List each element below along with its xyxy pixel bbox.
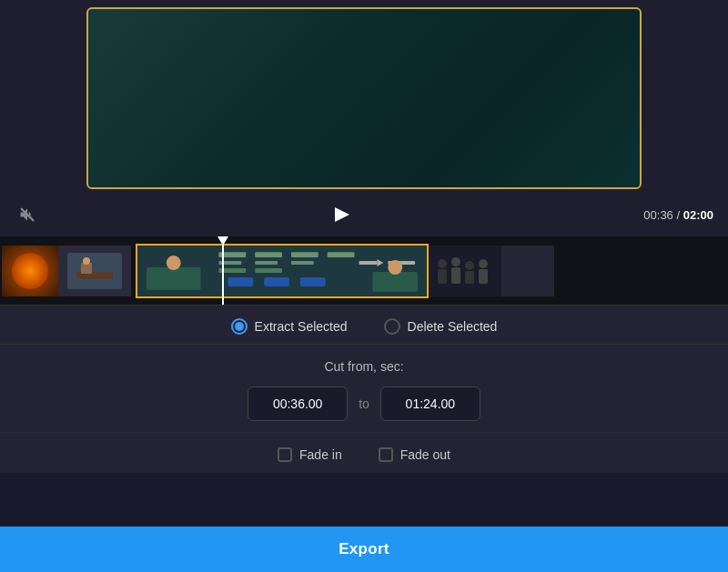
cut-section: Cut from, sec: to (0, 345, 728, 432)
svg-point-29 (451, 257, 460, 266)
svg-rect-30 (451, 267, 460, 284)
fade-in-label: Fade in (299, 447, 342, 462)
classroom-icon (67, 253, 122, 289)
cut-label: Cut from, sec: (324, 359, 403, 374)
controls-bar: 00:36 / 02:00 (0, 193, 728, 236)
orange-circle-icon (12, 253, 48, 289)
fade-in-checkbox[interactable] (278, 447, 292, 462)
svg-rect-17 (255, 268, 282, 273)
export-button[interactable]: Export (0, 527, 728, 572)
svg-rect-34 (479, 269, 488, 284)
svg-rect-21 (228, 276, 253, 286)
svg-rect-7 (147, 267, 201, 290)
timeline-track (0, 244, 728, 298)
video-container (0, 0, 728, 193)
svg-rect-23 (300, 276, 326, 286)
svg-rect-24 (372, 271, 418, 291)
svg-rect-10 (255, 252, 282, 257)
cut-from-input[interactable] (248, 386, 348, 421)
fade-out-option[interactable]: Fade out (379, 447, 450, 462)
thumbnail-3 (429, 246, 501, 296)
total-time: 02:00 (683, 208, 713, 222)
svg-point-31 (465, 261, 474, 270)
cut-inputs: to (248, 386, 480, 421)
dark-thumb (501, 246, 554, 296)
extract-option[interactable]: Extract Selected (231, 318, 348, 335)
silhouette-group (429, 246, 501, 296)
video-frame (86, 7, 642, 189)
svg-point-27 (438, 259, 447, 268)
svg-point-8 (167, 256, 181, 270)
extract-label: Extract Selected (255, 319, 348, 334)
svg-rect-15 (291, 261, 314, 265)
fade-in-option[interactable]: Fade in (278, 447, 342, 462)
svg-rect-18 (359, 261, 377, 265)
svg-point-25 (388, 260, 402, 275)
extract-radio[interactable] (231, 318, 248, 335)
timeline[interactable] (0, 236, 728, 305)
svg-rect-32 (465, 271, 474, 284)
fade-out-checkbox[interactable] (379, 447, 393, 462)
fade-section: Fade in Fade out (0, 432, 728, 473)
thumbnail-2 (58, 246, 131, 296)
delete-radio[interactable] (384, 318, 400, 335)
fade-out-label: Fade out (400, 447, 450, 462)
svg-rect-12 (328, 252, 355, 257)
options-section: Extract Selected Delete Selected (0, 305, 728, 345)
time-display: 00:36 / 02:00 (643, 208, 713, 222)
segment-content (137, 246, 427, 296)
play-icon (335, 207, 349, 222)
playhead[interactable] (222, 236, 224, 305)
to-label: to (359, 396, 369, 411)
svg-rect-11 (291, 252, 318, 257)
delete-option[interactable]: Delete Selected (384, 318, 498, 335)
svg-rect-22 (264, 276, 289, 286)
play-button[interactable] (326, 198, 359, 231)
current-time: 00:36 (643, 208, 673, 222)
svg-rect-14 (255, 261, 278, 265)
svg-rect-28 (438, 269, 447, 284)
cut-to-input[interactable] (380, 386, 480, 421)
svg-rect-1 (72, 254, 117, 286)
delete-label: Delete Selected (408, 319, 498, 334)
svg-point-33 (479, 259, 488, 268)
thumbnail-1 (2, 246, 58, 296)
time-separator: / (676, 208, 680, 222)
svg-point-4 (83, 257, 90, 265)
thumbnail-4 (501, 246, 554, 296)
selected-segment[interactable] (136, 244, 429, 298)
mute-button[interactable] (15, 202, 40, 227)
